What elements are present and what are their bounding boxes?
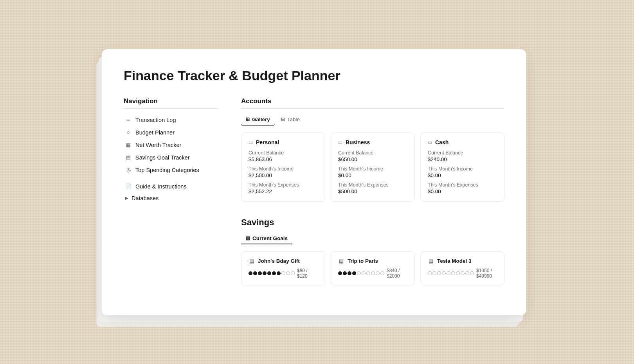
personal-income: $2,500.00 <box>249 172 318 178</box>
dot-1 <box>249 271 252 275</box>
account-header-cash: ▭ Cash <box>428 139 497 145</box>
tab-current-goals[interactable]: ▤ Current Goals <box>241 233 292 244</box>
business-icon: ▭ <box>338 140 342 145</box>
savings-amount-tesla: $1050 / $49990 <box>476 268 497 279</box>
personal-balance-label: Current Balance <box>249 150 318 156</box>
main-card: Finance Tracker & Budget Planner Navigat… <box>102 49 526 315</box>
business-income-label: This Month's Income <box>338 166 407 172</box>
guide-label: Guide & Instructions <box>135 183 187 190</box>
dot-7 <box>277 271 281 275</box>
dot-10 <box>291 271 295 275</box>
two-col-layout: Navigation ≡ Transaction Log ○ Budget Pl… <box>124 97 504 285</box>
business-balance: $650.00 <box>338 156 407 162</box>
account-name-cash: Cash <box>435 139 448 145</box>
savings-name-tesla: Tesla Model 3 <box>437 258 472 264</box>
doc-icon: 📄 <box>125 183 131 189</box>
cash-balance-label: Current Balance <box>428 150 497 156</box>
page-title: Finance Tracker & Budget Planner <box>124 68 504 83</box>
tab-gallery[interactable]: ⊞ Gallery <box>241 114 275 126</box>
cash-balance: $240.00 <box>428 156 497 162</box>
cash-income-label: This Month's Income <box>428 166 497 172</box>
cash-icon: ▭ <box>428 140 432 145</box>
personal-expenses-label: This Month's Expenses <box>249 182 318 188</box>
dot-p6 <box>362 271 366 275</box>
savings-header-paris: ▤ Trip to Paris <box>338 258 407 264</box>
tab-table[interactable]: ⊟ Table <box>276 114 304 126</box>
nav-label-budget-planner: Budget Planner <box>135 129 175 136</box>
savings-heading: Savings <box>241 217 504 228</box>
dot-t7 <box>456 271 460 275</box>
dot-p10 <box>380 271 384 275</box>
nav-item-savings-goal[interactable]: ▤ Savings Goal Tracker <box>124 152 218 163</box>
savings-section: Savings ▤ Current Goals ▤ John's Bday <box>241 217 504 285</box>
dot-8 <box>281 271 285 275</box>
dot-progress-bday <box>249 271 295 275</box>
nav-list: ≡ Transaction Log ○ Budget Planner ▦ Net… <box>124 114 218 176</box>
dot-3 <box>258 271 262 275</box>
tab-current-goals-label: Current Goals <box>252 235 288 241</box>
gallery-icon: ⊞ <box>246 117 250 122</box>
business-expenses: $500.00 <box>338 188 407 194</box>
accounts-section: Accounts ⊞ Gallery ⊟ Table <box>241 97 504 202</box>
account-header-business: ▭ Business <box>338 139 407 145</box>
nav-label-top-spending: Top Spending Categories <box>135 167 199 173</box>
nav-item-top-spending[interactable]: ◷ Top Spending Categories <box>124 164 218 176</box>
circle-icon: ○ <box>125 129 131 135</box>
dot-t6 <box>451 271 455 275</box>
clock-icon: ◷ <box>125 167 131 173</box>
dot-p2 <box>343 271 347 275</box>
goals-tab-icon: ▤ <box>246 235 250 241</box>
dot-t3 <box>437 271 441 275</box>
nav-item-transaction-log[interactable]: ≡ Transaction Log <box>124 114 218 126</box>
bday-icon: ▤ <box>249 258 255 264</box>
business-expenses-label: This Month's Expenses <box>338 182 407 188</box>
accounts-heading: Accounts <box>241 97 504 109</box>
dot-progress-paris <box>338 271 384 275</box>
savings-tabs: ▤ Current Goals <box>241 233 504 244</box>
savings-card-tesla: ▤ Tesla Model 3 <box>420 251 504 285</box>
cash-expenses-label: This Month's Expenses <box>428 182 497 188</box>
business-income: $0.00 <box>338 172 407 178</box>
dot-p1 <box>338 271 342 275</box>
navigation-heading: Navigation <box>124 97 218 109</box>
savings-progress-bday: $80 / $120 <box>249 268 318 279</box>
view-tabs: ⊞ Gallery ⊟ Table <box>241 114 504 126</box>
dot-5 <box>267 271 271 275</box>
tab-gallery-label: Gallery <box>252 117 270 122</box>
account-card-cash: ▭ Cash Current Balance $240.00 This Mont… <box>420 133 504 202</box>
dot-2 <box>253 271 257 275</box>
dot-p5 <box>357 271 361 275</box>
personal-icon: ▭ <box>249 140 253 145</box>
nav-item-net-worth[interactable]: ▦ Net Worth Tracker <box>124 139 218 151</box>
nav-divider <box>124 176 218 181</box>
dot-t10 <box>470 271 474 275</box>
dot-t1 <box>428 271 432 275</box>
nav-item-guide[interactable]: 📄 Guide & Instructions <box>124 181 218 192</box>
dot-t9 <box>465 271 469 275</box>
nav-label-net-worth: Net Worth Tracker <box>135 142 181 148</box>
cash-income: $0.00 <box>428 172 497 178</box>
table-icon: ▦ <box>125 142 131 148</box>
triangle-icon: ▶ <box>125 196 128 200</box>
dot-p9 <box>376 271 380 275</box>
account-name-business: Business <box>346 139 370 145</box>
account-header-personal: ▭ Personal <box>249 139 318 145</box>
cash-expenses: $0.00 <box>428 188 497 194</box>
right-col: Accounts ⊞ Gallery ⊟ Table <box>241 97 504 285</box>
personal-income-label: This Month's Income <box>249 166 318 172</box>
savings-progress-paris: $840 / $2000 <box>338 268 407 279</box>
dot-progress-tesla <box>428 271 474 275</box>
nav-item-databases[interactable]: ▶ Databases <box>124 192 218 204</box>
dot-p8 <box>371 271 375 275</box>
account-card-business: ▭ Business Current Balance $650.00 This … <box>331 133 415 202</box>
account-name-personal: Personal <box>256 139 279 145</box>
savings-amount-paris: $840 / $2000 <box>387 268 407 279</box>
savings-card-paris: ▤ Trip to Paris <box>331 251 415 285</box>
nav-item-budget-planner[interactable]: ○ Budget Planner <box>124 127 218 138</box>
dot-p3 <box>348 271 351 275</box>
page-wrapper: Finance Tracker & Budget Planner Navigat… <box>102 49 532 315</box>
savings-amount-bday: $80 / $120 <box>297 268 318 279</box>
business-balance-label: Current Balance <box>338 150 407 156</box>
dot-4 <box>263 271 267 275</box>
tesla-icon: ▤ <box>428 258 434 264</box>
